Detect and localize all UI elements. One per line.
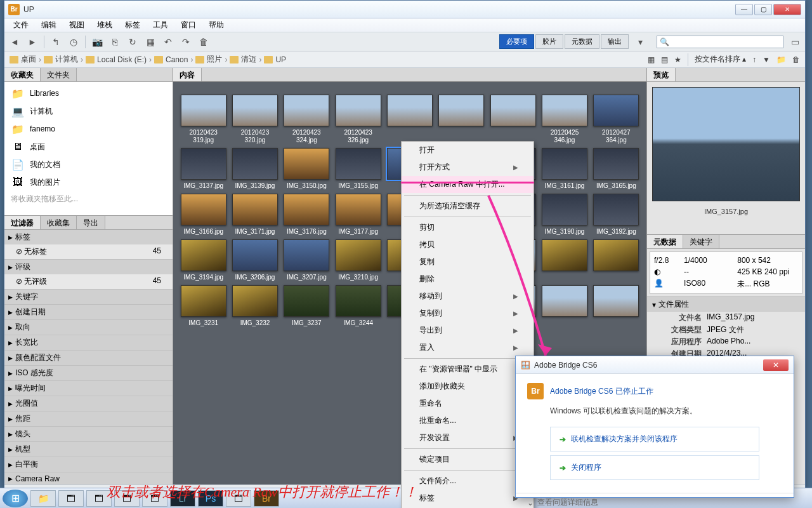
new-folder-icon[interactable]: 📁 xyxy=(776,55,786,64)
filter-group-head[interactable]: ▶焦距 xyxy=(4,411,173,426)
breadcrumb-item[interactable]: 清迈 xyxy=(230,54,256,65)
task-app5[interactable]: 🗔 xyxy=(226,490,251,507)
forward-icon[interactable]: ► xyxy=(26,36,39,48)
context-menu-item[interactable]: 开发设置▶ xyxy=(402,429,534,446)
thumbnail[interactable]: IMG_3150.jpg xyxy=(283,148,331,190)
menu-窗口[interactable]: 窗口 xyxy=(174,18,202,32)
favorite-item[interactable]: 📄我的文档 xyxy=(7,156,170,173)
filter-tab[interactable]: 导出 xyxy=(77,216,105,229)
rotate-ccw-icon[interactable]: ↶ xyxy=(162,36,174,48)
thumbnail[interactable] xyxy=(540,239,588,281)
favorite-item[interactable]: 💻计算机 xyxy=(7,102,170,120)
context-menu-item[interactable]: 打开方式▶ xyxy=(402,159,534,176)
crash-link-online[interactable]: ➔联机检查解决方案并关闭该程序 xyxy=(550,427,759,451)
context-menu-item[interactable]: 删除 xyxy=(402,271,534,288)
thumbnail[interactable]: IMG_3137.jpg xyxy=(180,148,227,190)
sort-asc-icon[interactable]: ↑ xyxy=(752,55,756,64)
filter-group-head[interactable]: ▶颜色配置文件 xyxy=(4,351,173,365)
breadcrumb-item[interactable]: Canon xyxy=(154,55,188,64)
task-explorer[interactable]: 📁 xyxy=(30,490,56,507)
filter-group-head[interactable]: ▶白平衡 xyxy=(4,457,173,472)
thumbnail[interactable]: IMG_3190.jpg xyxy=(540,194,588,236)
workspace-tab[interactable]: 胶片 xyxy=(535,34,563,49)
thumbnail[interactable]: IMG_3161.jpg xyxy=(540,148,588,190)
context-menu-item[interactable]: 批重命名... xyxy=(402,412,534,429)
review-icon[interactable]: ▦ xyxy=(144,36,157,48)
task-app1[interactable]: 🗔 xyxy=(58,490,84,507)
thumbnail[interactable]: IMG_3237 xyxy=(283,285,331,327)
thumbnail[interactable]: IMG_3176.jpg xyxy=(283,194,331,236)
filter-group-head[interactable]: ▶光圈值 xyxy=(4,396,173,411)
thumbnail[interactable]: 20120423 320.jpg xyxy=(231,95,278,144)
menu-编辑[interactable]: 编辑 xyxy=(35,18,63,32)
context-menu-item[interactable]: 置入▶ xyxy=(402,339,534,356)
thumbnail[interactable] xyxy=(540,285,588,327)
thumbnail[interactable]: IMG_3177.jpg xyxy=(334,194,382,236)
sort-dropdown[interactable]: 按文件名排序 ▴ xyxy=(695,54,746,65)
workspace-tab[interactable]: 必要项 xyxy=(499,34,534,49)
context-menu-item[interactable]: 拷贝 xyxy=(402,236,534,253)
filter-row[interactable]: ⊘ 无标签45 xyxy=(4,244,173,259)
breadcrumb-item[interactable]: UP xyxy=(264,55,286,64)
thumbnail[interactable]: IMG_3165.jpg xyxy=(593,148,640,190)
up-icon[interactable]: ↰ xyxy=(49,36,62,48)
breadcrumb-item[interactable]: Local Disk (E:) xyxy=(86,55,147,64)
close-button[interactable]: ✕ xyxy=(773,4,801,15)
filter-group-head[interactable]: ▶评级 xyxy=(4,260,173,274)
workspace-tab[interactable]: 输出 xyxy=(601,34,629,49)
menu-标签[interactable]: 标签 xyxy=(119,18,147,32)
breadcrumb-item[interactable]: 照片 xyxy=(195,54,222,65)
filter-group-head[interactable]: ▶关键字 xyxy=(4,290,173,304)
thumbnail[interactable]: IMG_3207.jpg xyxy=(283,239,331,281)
context-menu-item[interactable]: 复制到▶ xyxy=(402,305,534,322)
thumbnail[interactable]: 20120427 364.jpg xyxy=(593,95,640,144)
menu-文件[interactable]: 文件 xyxy=(7,18,35,32)
filter-tab[interactable]: 过滤器 xyxy=(4,216,41,229)
context-menu-item[interactable]: 移动到▶ xyxy=(402,288,534,305)
thumbnail[interactable]: 20120425 346.jpg xyxy=(540,95,588,144)
output-icon[interactable]: ↻ xyxy=(126,36,139,48)
dialog-close-button[interactable]: ✕ xyxy=(763,359,789,371)
filter-group-head[interactable]: ▶机型 xyxy=(4,442,173,457)
menu-帮助[interactable]: 帮助 xyxy=(202,18,230,32)
compact-icon[interactable]: ▭ xyxy=(789,36,801,48)
context-menu-item[interactable]: 导出到▶ xyxy=(402,322,534,339)
thumbnail[interactable] xyxy=(593,285,640,327)
menu-工具[interactable]: 工具 xyxy=(147,18,174,32)
thumbnail[interactable]: 20120423 326.jpg xyxy=(334,95,382,144)
context-menu-item[interactable]: 剪切 xyxy=(402,219,534,236)
task-bridge[interactable]: Br xyxy=(254,490,279,507)
thumbnail[interactable]: 20120423 319.jpg xyxy=(180,95,227,144)
star-icon[interactable]: ★ xyxy=(674,55,681,64)
panel-tab[interactable]: 收藏夹 xyxy=(4,68,41,81)
meta-tab[interactable]: 元数据 xyxy=(647,235,683,248)
thumbnail[interactable]: IMG_3231 xyxy=(180,285,227,327)
filter-group-head[interactable]: ▶Camera Raw xyxy=(4,472,173,485)
filter-group-head[interactable]: ▶ISO 感光度 xyxy=(4,366,173,380)
task-photoshop[interactable]: Ps xyxy=(198,490,223,507)
task-app4[interactable]: 🗔 xyxy=(142,490,167,507)
filter-row[interactable]: ⊘ 无评级45 xyxy=(4,274,173,289)
thumbnail[interactable]: IMG_3192.jpg xyxy=(593,194,640,236)
menu-视图[interactable]: 视图 xyxy=(63,18,91,32)
favorite-item[interactable]: 🖼我的图片 xyxy=(7,173,170,191)
rotate-cw-icon[interactable]: ↷ xyxy=(180,36,192,48)
context-menu-item[interactable]: 复制 xyxy=(402,253,534,271)
meta-tab[interactable]: 关键字 xyxy=(683,235,719,248)
camera-icon[interactable]: 📷 xyxy=(91,36,103,48)
workspace-tab[interactable]: 元数据 xyxy=(565,34,599,49)
thumbnail[interactable]: IMG_3194.jpg xyxy=(180,239,227,281)
filter-group-head[interactable]: ▶标签 xyxy=(4,230,173,244)
filter-group-head[interactable]: ▶长宽比 xyxy=(4,335,173,350)
thumbnail[interactable]: IMG_3232 xyxy=(231,285,278,327)
recent-icon[interactable]: ◷ xyxy=(67,36,80,48)
view-grid-icon[interactable]: ▦ xyxy=(648,55,655,64)
task-lightroom[interactable]: Lr xyxy=(170,490,195,507)
context-menu-item[interactable]: 在 "资源管理器" 中显示 xyxy=(402,361,534,378)
thumbnail[interactable] xyxy=(438,95,485,144)
breadcrumb-item[interactable]: 桌面 xyxy=(10,54,36,65)
thumbnail[interactable]: 20120423 324.jpg xyxy=(283,95,331,144)
minimize-button[interactable]: — xyxy=(735,4,753,15)
panel-tab[interactable]: 文件夹 xyxy=(41,68,77,81)
filter-group-head[interactable]: ▶镜头 xyxy=(4,427,173,441)
